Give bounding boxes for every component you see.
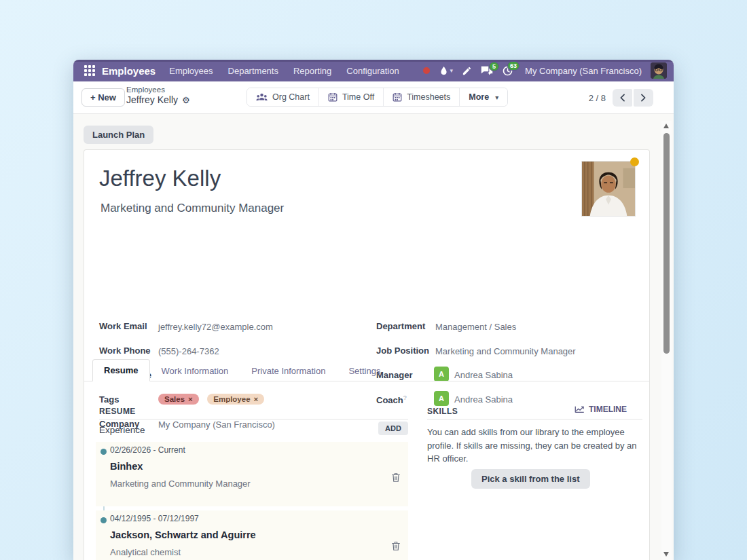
pick-skill-button[interactable]: Pick a skill from the list — [471, 469, 590, 489]
experience-period: 04/12/1995 - 07/12/1997 — [110, 514, 199, 523]
timesheets-button[interactable]: Timesheets — [384, 88, 460, 106]
presence-status-dot — [630, 157, 639, 166]
recording-indicator-dot — [423, 67, 430, 74]
company-switcher[interactable]: My Company (San Francisco) — [525, 66, 642, 76]
work-email-value[interactable]: jeffrey.kelly72@example.com — [158, 322, 273, 332]
droplet-caret-icon: ▾ — [450, 67, 454, 74]
scroll-down-arrow-icon[interactable] — [663, 552, 669, 557]
company-value[interactable]: My Company (San Francisco) — [158, 419, 275, 430]
more-dropdown-button[interactable]: More ▾ — [460, 88, 507, 106]
plus-icon: + — [90, 92, 96, 102]
notebook-tabs: Resume Work Information Private Informat… — [84, 358, 649, 381]
experience-period: 02/26/2026 - Current — [110, 445, 185, 455]
employee-photo[interactable] — [581, 161, 636, 217]
nav-item-departments[interactable]: Departments — [228, 66, 278, 76]
tag-employee[interactable]: Employee× — [207, 394, 264, 405]
coach-avatar: A — [434, 391, 449, 406]
tab-settings[interactable]: Settings — [337, 360, 392, 381]
tab-resume[interactable]: Resume — [92, 359, 150, 381]
activities-badge: 63 — [507, 61, 520, 71]
trash-icon — [391, 472, 401, 483]
new-button[interactable]: + New — [81, 88, 125, 107]
systray: ▾ 5 63 My Company (San Francisco) — [423, 62, 667, 79]
pager: 2 / 8 — [589, 89, 653, 107]
activities-clock-icon[interactable]: 63 — [502, 65, 513, 77]
user-avatar[interactable] — [651, 62, 667, 79]
experience-group-label: Experience — [99, 425, 145, 435]
calendar-icon — [393, 92, 402, 102]
delete-experience-button[interactable] — [391, 541, 401, 553]
time-off-button[interactable]: Time Off — [319, 88, 384, 106]
calendar-icon — [328, 92, 338, 102]
chevron-down-icon: ▾ — [495, 94, 498, 101]
tab-work-information[interactable]: Work Information — [150, 360, 240, 381]
odoo-window: Employees Employees Departments Reportin… — [73, 60, 674, 560]
department-label: Department — [376, 321, 425, 331]
scroll-up-arrow-icon[interactable] — [663, 124, 669, 128]
timeline-dot — [101, 449, 107, 455]
coach-hint-icon: ? — [403, 394, 407, 401]
record-action-buttons: Org Chart Time Off Timesheets More ▾ — [247, 88, 508, 107]
experience-company: Jackson, Schwartz and Aguirre — [110, 529, 256, 540]
nav-item-reporting[interactable]: Reporting — [293, 66, 331, 76]
job-position-label: Job Position — [376, 346, 429, 356]
breadcrumb: Employees Jeffrey Kelly ⚙ — [126, 85, 190, 107]
experience-role: Analytical chemist — [110, 547, 181, 557]
employee-job-title[interactable]: Marketing and Community Manager — [101, 202, 284, 215]
org-chart-icon — [256, 93, 268, 102]
skills-empty-message: You can add skills from our library to t… — [427, 426, 644, 466]
launch-plan-button[interactable]: Launch Plan — [84, 126, 153, 144]
delete-experience-button[interactable] — [391, 472, 401, 485]
work-phone-value[interactable]: (555)-264-7362 — [158, 346, 219, 356]
chevron-right-icon — [640, 94, 646, 102]
work-email-label: Work Email — [99, 321, 147, 331]
desktop-background: Employees Employees Departments Reportin… — [0, 0, 747, 560]
gear-icon[interactable]: ⚙ — [182, 95, 190, 106]
org-chart-button[interactable]: Org Chart — [247, 88, 319, 106]
coach-value[interactable]: Andrea Sabina — [454, 394, 513, 405]
timeline-dot — [101, 517, 107, 523]
experience-company: Binhex — [110, 461, 143, 472]
apps-grid-icon[interactable] — [84, 65, 95, 76]
form-view-area: Launch Plan Jeffrey Kelly Marketing and … — [73, 114, 674, 560]
pager-value[interactable]: 2 / 8 — [589, 93, 606, 103]
breadcrumb-app-link[interactable]: Employees — [126, 85, 190, 94]
trash-icon — [391, 541, 401, 551]
nav-item-employees[interactable]: Employees — [169, 66, 213, 76]
vertical-scrollbar[interactable] — [661, 121, 672, 560]
droplet-menu-icon[interactable]: ▾ — [439, 65, 454, 76]
chart-line-icon — [575, 405, 585, 413]
tags-label: Tags — [99, 394, 119, 405]
messages-icon[interactable]: 5 — [481, 66, 493, 76]
edit-pencil-icon[interactable] — [462, 66, 472, 76]
nav-item-configuration[interactable]: Configuration — [346, 66, 399, 76]
skills-timeline-button[interactable]: TIMELINE — [575, 405, 627, 414]
employee-name-title[interactable]: Jeffrey Kelly — [99, 166, 221, 191]
tab-private-information[interactable]: Private Information — [240, 360, 337, 381]
job-position-value[interactable]: Marketing and Community Manager — [435, 346, 576, 356]
add-experience-button[interactable]: ADD — [378, 422, 408, 435]
resume-section-heading: RESUME — [99, 407, 136, 416]
form-sheet: Jeffrey Kelly Marketing and Community Ma… — [84, 149, 650, 560]
control-panel: + New Employees Jeffrey Kelly ⚙ Org Char… — [73, 81, 674, 114]
skills-section-heading: SKILLS — [427, 407, 458, 416]
chevron-left-icon — [619, 94, 625, 102]
breadcrumb-record-title: Jeffrey Kelly — [126, 94, 178, 107]
department-value[interactable]: Management / Sales — [435, 322, 516, 332]
app-brand-title[interactable]: Employees — [102, 65, 156, 77]
coach-label: Coach? — [376, 394, 407, 405]
remove-tag-icon[interactable]: × — [254, 395, 259, 403]
top-navbar: Employees Employees Departments Reportin… — [73, 60, 674, 81]
pager-next-button[interactable] — [634, 89, 653, 107]
scrollbar-thumb[interactable] — [663, 133, 670, 354]
tags-field: Sales× Employee× — [158, 392, 270, 405]
remove-tag-icon[interactable]: × — [188, 395, 193, 403]
messages-badge: 5 — [489, 62, 499, 71]
experience-role: Marketing and Community Manager — [110, 479, 251, 489]
nav-menu: Employees Departments Reporting Configur… — [169, 66, 399, 76]
work-phone-label: Work Phone — [99, 346, 151, 356]
tag-sales[interactable]: Sales× — [158, 394, 199, 405]
pager-previous-button[interactable] — [613, 89, 632, 107]
